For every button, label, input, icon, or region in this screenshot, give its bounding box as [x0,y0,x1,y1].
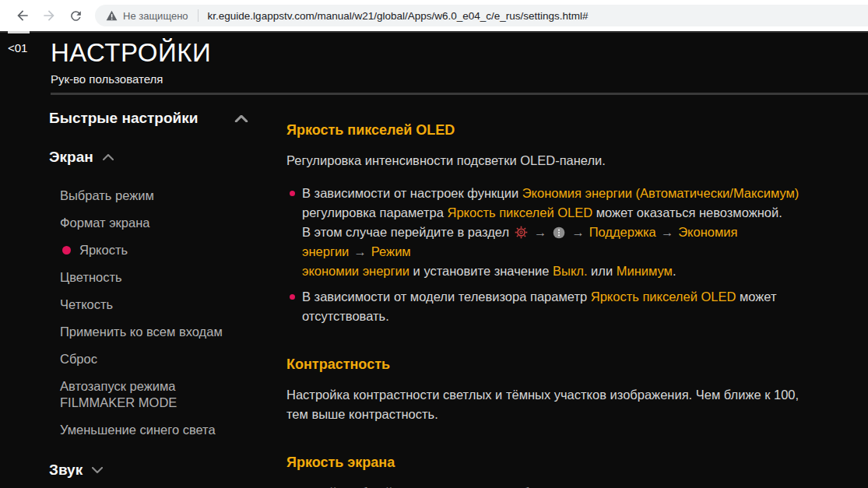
chevron-wrap [103,154,114,160]
back-arrow-icon [15,8,30,23]
content-section-0: Яркость пикселей OLEDРегулировка интенси… [286,122,831,326]
sidebar-item-entry[interactable]: Выбрать режим [60,188,248,204]
sequence-arrow-icon: → [534,225,547,239]
content-section-2: Яркость экранаНастройка общей яркости эк… [286,455,831,488]
body-text: . [673,264,676,278]
body-text: В этом случае перейдите в раздел [302,225,513,239]
sidebar-item-label: Уменьшение синего света [60,422,216,438]
inline-setting-link[interactable]: Экономия энергии [522,186,632,200]
warning-triangle-icon [106,10,118,21]
bullet-item: В зависимости от модели телевизора парам… [286,287,831,326]
section-heading: Яркость пикселей OLED [286,122,831,139]
sidebar-item-label: Яркость [79,242,128,258]
page-subtitle: Рук-во пользователя [51,72,868,86]
refresh-button[interactable] [62,2,89,29]
browser-toolbar: Не защищено kr.eguide.lgappstv.com/manua… [0,0,868,31]
inline-setting-link[interactable]: Выкл. [553,264,587,278]
sidebar-nav: Быстрые настройкиЭкранВыбрать режимФорма… [49,95,248,488]
sidebar-item-label: Выбрать режим [60,188,154,204]
sidebar-section-screen: ЭкранВыбрать режимФормат экранаЯркостьЦв… [49,149,248,438]
address-bar[interactable]: Не защищено kr.eguide.lgappstv.com/manua… [95,5,868,26]
sidebar-item-label: Сброс [60,351,97,367]
body-text: и установите значение [409,264,553,278]
inline-setting-link[interactable]: экономии энергии [302,264,409,278]
sidebar-item-label: Автозапуск режима FILMMAKER MODE [60,378,248,411]
sidebar-item-label: Формат экрана [60,215,149,231]
chevron-wrap [234,115,248,122]
sidebar-item-active[interactable]: Яркость [60,242,248,258]
sidebar-item-entry[interactable]: Цветность [60,269,248,286]
body-text: отсутствовать. [302,309,389,323]
back-button[interactable] [9,2,36,29]
section-paragraph: Настройка контрастности светлых и тёмных… [286,385,831,424]
page-indicator-bar [8,31,30,33]
sidebar-item-label: Применить ко всем входам [60,324,223,340]
security-chip[interactable]: Не защищено [106,10,188,22]
sidebar-section-label: Быстрые настройки [49,110,198,127]
refresh-icon [69,9,83,23]
sidebar-item-screen[interactable]: Экран [49,149,248,166]
body-text: или [588,264,617,278]
sidebar-section-sound: Звук [49,462,248,479]
body-text: Регулировка интенсивности подсветки OLED… [286,153,606,167]
sidebar-item-label: Цветность [60,269,122,286]
body-text: Настройка контрастности светлых и тёмных… [286,388,799,402]
section-paragraph: Настройка общей яркости экрана. Чем ближ… [286,483,831,488]
chevron-up-icon [103,154,114,160]
inline-setting-link[interactable]: (Автоматически/Максимум) [635,186,799,200]
chevron-up-icon [234,115,248,122]
content-section-1: КонтрастностьНастройка контрастности све… [286,356,831,424]
bullet-list: В зависимости от настроек функции Эконом… [286,184,831,326]
sidebar-item-quick-settings[interactable]: Быстрые настройки [49,110,248,127]
inline-setting-link[interactable]: Поддержка [589,225,656,239]
bullet-dot-icon [290,294,295,300]
bullet-text: В зависимости от модели телевизора парам… [302,287,777,326]
bullet-dot-icon [290,191,295,196]
page-top-border [0,31,868,33]
section-heading: Контрастность [286,356,831,373]
chevron-down-icon [92,467,103,473]
page-header: НАСТРОЙКИ Рук-во пользователя [0,31,868,86]
settings-gear-icon [515,226,528,239]
inline-setting-link[interactable]: Режим [371,244,411,258]
inline-setting-link[interactable]: Яркость пикселей OLED [591,290,736,304]
sidebar-item-entry[interactable]: Сброс [60,351,248,367]
sidebar-item-sound[interactable]: Звук [49,462,248,479]
sidebar-section-quick-settings: Быстрые настройки [49,110,248,127]
sequence-arrow-icon: → [571,225,585,239]
sidebar-item-entry[interactable]: Автозапуск режима FILMMAKER MODE [60,378,248,411]
body-text: регулировка параметра [302,205,448,219]
security-label: Не защищено [123,10,188,22]
main-content: Яркость пикселей OLEDРегулировка интенси… [286,95,831,488]
sidebar-item-entry[interactable]: Формат экрана [60,215,248,231]
sequence-arrow-icon: → [661,225,674,239]
section-paragraph: Регулировка интенсивности подсветки OLED… [286,151,831,170]
sidebar-item-label: Четкость [60,297,113,313]
forward-arrow-icon [41,8,57,23]
body-text: В зависимости от модели телевизора парам… [302,290,591,304]
sequence-arrow-icon: → [353,244,367,258]
inline-setting-link[interactable]: Минимум [617,264,673,278]
body-text: В зависимости от настроек функции [302,186,522,200]
url-text[interactable]: kr.eguide.lgappstv.com/manual/w21/global… [208,10,589,22]
body-text: тем выше контрастность. [286,407,438,421]
section-heading: Яркость экрана [286,455,831,471]
inline-setting-link[interactable]: Яркость пикселей OLED [448,205,593,219]
sidebar-item-entry[interactable]: Уменьшение синего света [60,422,248,438]
address-separator [198,9,199,22]
sidebar-sublist: Выбрать режимФормат экранаЯркостьЦветнос… [60,188,248,438]
bullet-item: В зависимости от настроек функции Эконом… [286,184,831,281]
page-number-back-marker[interactable]: <01 [8,41,27,54]
chevron-wrap [92,467,103,473]
sidebar-section-label: Экран [49,149,93,166]
body-text: может оказаться невозможной. [592,205,782,219]
body-text: может [736,290,776,304]
sidebar-item-entry[interactable]: Применить ко всем входам [60,324,248,340]
sidebar-item-entry[interactable]: Четкость [60,297,248,313]
bullet-text: В зависимости от настроек функции Эконом… [302,184,831,281]
all-settings-menu-icon [553,226,565,239]
active-item-dot-icon [62,246,71,255]
sidebar-section-label: Звук [49,462,83,479]
forward-button[interactable] [36,2,62,29]
manual-page: <01 НАСТРОЙКИ Рук-во пользователя Быстры… [0,31,868,488]
